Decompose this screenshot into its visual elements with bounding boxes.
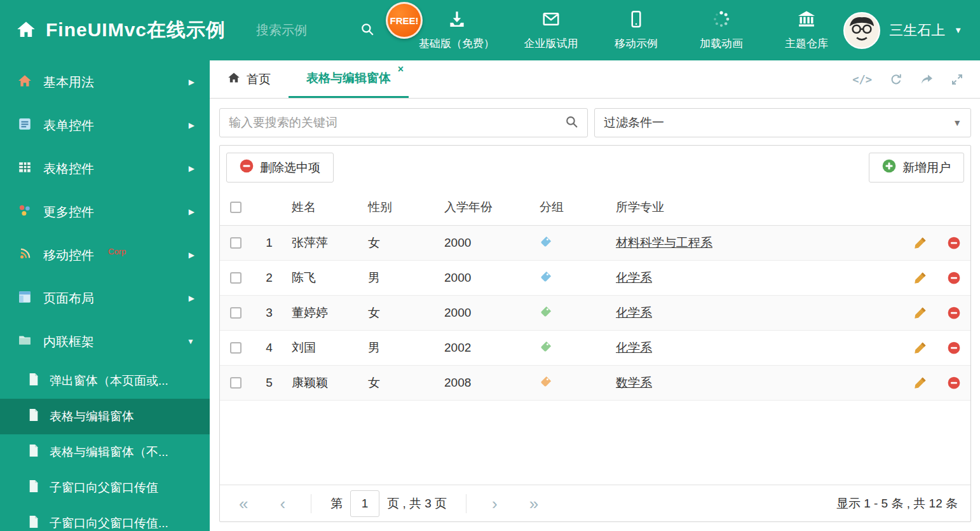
tag-icon xyxy=(534,340,611,356)
keyword-search-box[interactable] xyxy=(219,108,588,137)
search-icon[interactable] xyxy=(360,22,374,39)
tab-grid-edit-window[interactable]: 表格与编辑窗体 × xyxy=(289,60,409,98)
major-link[interactable]: 化学系 xyxy=(616,271,652,284)
sidebar-item-page-layout[interactable]: 页面布局 ▶ xyxy=(0,277,210,320)
nav-label: 主题仓库 xyxy=(785,36,828,51)
major-link[interactable]: 化学系 xyxy=(616,341,652,354)
corp-badge: Corp xyxy=(108,247,126,256)
sidebar-subitem-grid-edit-window[interactable]: 表格与编辑窗体 xyxy=(0,399,210,434)
share-arrow-icon[interactable] xyxy=(920,73,933,86)
sidebar-item-label: 基本用法 xyxy=(43,74,94,91)
close-icon[interactable]: × xyxy=(398,64,404,74)
delete-selected-button[interactable]: 删除选中项 xyxy=(226,153,334,183)
table-row[interactable]: 4 刘国 男 2002 化学系 xyxy=(220,331,970,366)
cell-gender: 男 xyxy=(363,340,439,356)
folder-icon xyxy=(18,333,32,350)
keyword-search-input[interactable] xyxy=(229,116,565,130)
tab-home[interactable]: 首页 xyxy=(210,60,289,98)
sidebar-subitem-child-to-parent[interactable]: 子窗口向父窗口传值 xyxy=(0,470,210,506)
delete-row-icon[interactable] xyxy=(932,376,970,389)
sidebar-item-grid-controls[interactable]: 表格控件 ▶ xyxy=(0,147,210,190)
table-row[interactable]: 5 康颖颖 女 2008 数学系 xyxy=(220,366,970,401)
file-icon xyxy=(28,444,39,460)
sidebar-item-mobile-controls[interactable]: 移动控件 Corp ▶ xyxy=(0,233,210,277)
delete-row-icon[interactable] xyxy=(932,341,970,354)
col-header-name[interactable]: 姓名 xyxy=(287,199,363,216)
delete-row-icon[interactable] xyxy=(932,307,970,319)
sidebar-subitem-label: 表格与编辑窗体（不... xyxy=(50,444,168,460)
sidebar-subitem-child-to-parent-2[interactable]: 子窗口向父窗口传值... xyxy=(0,506,210,531)
header-search-input[interactable] xyxy=(256,23,351,38)
col-header-major[interactable]: 所学专业 xyxy=(611,199,903,216)
last-page-button[interactable]: » xyxy=(523,495,545,512)
first-page-button[interactable]: « xyxy=(233,495,254,512)
search-icon[interactable] xyxy=(565,115,578,131)
brand[interactable]: FineUIMvc在线示例 xyxy=(17,17,226,43)
sidebar-subitem-label: 子窗口向父窗口传值 xyxy=(50,479,158,496)
nav-item-basic-free[interactable]: FREE! 基础版（免费） xyxy=(419,10,494,51)
tab-home-label: 首页 xyxy=(247,71,271,88)
data-grid: 姓名 性别 入学年份 分组 所学专业 1 张萍萍 女 2000 xyxy=(220,190,970,485)
cell-year: 2000 xyxy=(439,236,534,250)
prev-page-button[interactable]: ‹ xyxy=(273,495,292,512)
edit-pencil-icon[interactable] xyxy=(903,307,932,319)
username: 三生石上 xyxy=(889,21,945,40)
major-link[interactable]: 化学系 xyxy=(616,306,652,319)
edit-pencil-icon[interactable] xyxy=(903,237,932,249)
row-checkbox[interactable] xyxy=(230,342,242,354)
page-number-group: 第 页 , 共 3 页 xyxy=(330,490,447,517)
col-header-year[interactable]: 入学年份 xyxy=(439,199,534,216)
header-search[interactable] xyxy=(256,22,374,39)
nav-item-loading-animation[interactable]: 加载动画 xyxy=(693,10,750,51)
refresh-icon[interactable] xyxy=(890,73,902,86)
chevron-right-icon: ▶ xyxy=(189,78,194,86)
row-checkbox[interactable] xyxy=(230,307,242,319)
table-row[interactable]: 2 陈飞 男 2000 化学系 xyxy=(220,261,970,296)
divider xyxy=(466,494,466,513)
tag-icon xyxy=(534,235,611,251)
expand-icon[interactable] xyxy=(951,73,963,86)
filter-dropdown[interactable]: 过滤条件一 ▼ xyxy=(594,108,971,137)
cell-year: 2000 xyxy=(439,306,534,320)
user-menu[interactable]: 三生石上 ▼ xyxy=(843,12,962,49)
page-number-input[interactable] xyxy=(350,490,379,517)
table-row[interactable]: 1 张萍萍 女 2000 材料科学与工程系 xyxy=(220,226,970,261)
sidebar-item-more-controls[interactable]: 更多控件 ▶ xyxy=(0,190,210,233)
table-icon xyxy=(18,160,32,177)
edit-pencil-icon[interactable] xyxy=(903,272,932,284)
sidebar-item-inline-frame[interactable]: 内联框架 ▼ xyxy=(0,320,210,363)
sidebar-subitem-popup-window[interactable]: 弹出窗体（本页面或... xyxy=(0,363,210,399)
edit-pencil-icon[interactable] xyxy=(903,376,932,389)
major-link[interactable]: 数学系 xyxy=(616,376,652,389)
select-all-checkbox[interactable] xyxy=(230,202,242,213)
row-number: 2 xyxy=(252,271,287,285)
nav-item-enterprise-trial[interactable]: 企业版试用 xyxy=(522,10,580,51)
col-header-gender[interactable]: 性别 xyxy=(363,199,439,216)
sidebar-item-basic-usage[interactable]: 基本用法 ▶ xyxy=(0,60,210,104)
source-code-icon[interactable]: </> xyxy=(852,73,872,86)
nav-label: 加载动画 xyxy=(700,36,743,51)
nav-item-theme-repo[interactable]: 主题仓库 xyxy=(778,10,835,51)
delete-row-icon[interactable] xyxy=(932,237,970,249)
delete-row-icon[interactable] xyxy=(932,272,970,284)
file-icon xyxy=(28,515,39,531)
main-area: 首页 表格与编辑窗体 × </> xyxy=(210,60,980,531)
table-row[interactable]: 3 董婷婷 女 2000 化学系 xyxy=(220,296,970,331)
cell-name: 张萍萍 xyxy=(287,235,363,251)
row-checkbox[interactable] xyxy=(230,237,242,249)
grid-panel: 删除选中项 新增用户 姓名 性别 入学年份 xyxy=(219,145,971,522)
row-checkbox[interactable] xyxy=(230,272,242,284)
chevron-right-icon: ▶ xyxy=(189,121,194,130)
page-label-after: 页 , 共 3 页 xyxy=(387,495,447,512)
edit-pencil-icon[interactable] xyxy=(903,341,932,354)
cell-gender: 女 xyxy=(363,305,439,321)
next-page-button[interactable]: › xyxy=(486,495,504,512)
sidebar-item-form-controls[interactable]: 表单控件 ▶ xyxy=(0,104,210,147)
nav-label: 企业版试用 xyxy=(524,36,578,51)
col-header-group[interactable]: 分组 xyxy=(534,199,611,216)
sidebar-subitem-grid-edit-window-2[interactable]: 表格与编辑窗体（不... xyxy=(0,434,210,470)
add-user-button[interactable]: 新增用户 xyxy=(869,153,964,183)
row-checkbox[interactable] xyxy=(230,377,242,389)
major-link[interactable]: 材料科学与工程系 xyxy=(616,236,712,249)
nav-item-mobile-demo[interactable]: 移动示例 xyxy=(608,10,665,51)
